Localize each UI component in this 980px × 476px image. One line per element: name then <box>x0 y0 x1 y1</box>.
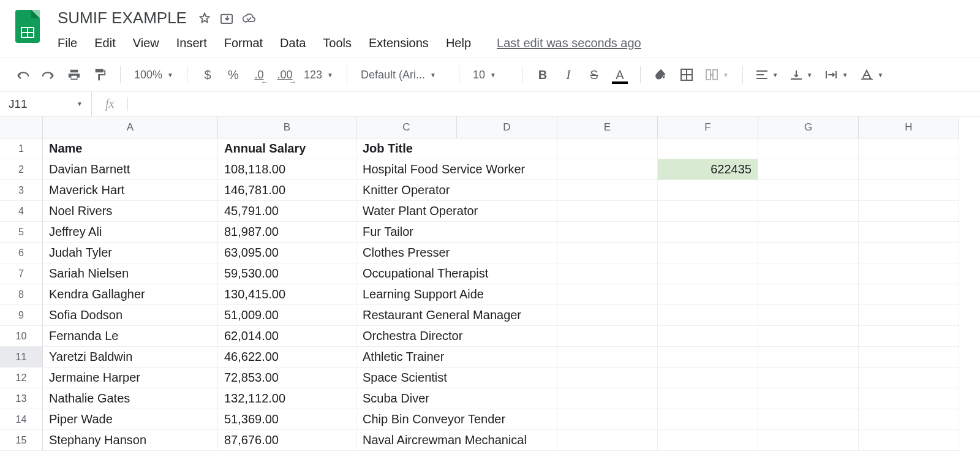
cell-E10[interactable] <box>557 326 658 347</box>
row-header-6[interactable]: 6 <box>0 243 43 263</box>
cell-A9[interactable]: Sofia Dodson <box>43 305 218 326</box>
select-all-corner[interactable] <box>0 116 43 138</box>
cell-B3[interactable]: 146,781.00 <box>218 180 356 201</box>
cell-B15[interactable]: 87,676.00 <box>218 430 356 451</box>
vertical-align-dropdown[interactable]: ▼ <box>787 69 816 80</box>
cell-C2[interactable]: Hospital Food Service Worker <box>356 159 557 180</box>
cell-G11[interactable] <box>758 347 859 368</box>
cell-F8[interactable] <box>658 284 758 305</box>
cell-H12[interactable] <box>859 368 959 388</box>
cell-E12[interactable] <box>557 368 658 388</box>
cell-A13[interactable]: Nathalie Gates <box>43 388 218 409</box>
cell-G15[interactable] <box>758 430 859 451</box>
cell-E8[interactable] <box>557 284 658 305</box>
text-wrap-dropdown[interactable]: ▼ <box>821 70 852 80</box>
cell-F9[interactable] <box>658 305 758 326</box>
column-header-E[interactable]: E <box>557 116 658 138</box>
column-header-C[interactable]: C <box>356 116 457 138</box>
cell-C11[interactable]: Athletic Trainer <box>356 347 557 368</box>
cell-F3[interactable] <box>658 180 758 201</box>
paint-format-button[interactable] <box>89 64 110 85</box>
borders-button[interactable] <box>676 64 697 85</box>
cell-B9[interactable]: 51,009.00 <box>218 305 356 326</box>
cell-G12[interactable] <box>758 368 859 388</box>
cell-A1[interactable]: Name <box>43 138 218 159</box>
text-rotation-dropdown[interactable]: ▼ <box>857 69 888 80</box>
italic-button[interactable]: I <box>558 64 579 85</box>
cell-G5[interactable] <box>758 222 859 243</box>
cell-H2[interactable] <box>859 159 959 180</box>
cell-H5[interactable] <box>859 222 959 243</box>
cell-F1[interactable] <box>658 138 758 159</box>
cell-F11[interactable] <box>658 347 758 368</box>
cell-E14[interactable] <box>557 409 658 430</box>
decrease-decimal-button[interactable]: .0 ← <box>249 64 270 85</box>
cell-B12[interactable]: 72,853.00 <box>218 368 356 388</box>
cell-C3[interactable]: Knitter Operator <box>356 180 557 201</box>
cell-A10[interactable]: Fernanda Le <box>43 326 218 347</box>
cell-A7[interactable]: Sariah Nielsen <box>43 263 218 284</box>
cell-G10[interactable] <box>758 326 859 347</box>
cell-G14[interactable] <box>758 409 859 430</box>
cell-F2[interactable]: 622435 <box>658 159 758 180</box>
cell-G13[interactable] <box>758 388 859 409</box>
cell-C8[interactable]: Learning Support Aide <box>356 284 557 305</box>
row-header-1[interactable]: 1 <box>0 138 43 159</box>
font-size-dropdown[interactable]: 10 ▼ <box>469 69 512 81</box>
cell-G7[interactable] <box>758 263 859 284</box>
row-header-9[interactable]: 9 <box>0 305 43 326</box>
cell-A15[interactable]: Stephany Hanson <box>43 430 218 451</box>
number-format-dropdown[interactable]: 123 ▼ <box>300 69 337 81</box>
cell-C6[interactable]: Clothes Presser <box>356 243 557 263</box>
cell-B14[interactable]: 51,369.00 <box>218 409 356 430</box>
print-button[interactable] <box>64 64 85 85</box>
increase-decimal-button[interactable]: .00 → <box>274 64 295 85</box>
cell-H8[interactable] <box>859 284 959 305</box>
cell-C14[interactable]: Chip Bin Conveyor Tender <box>356 409 557 430</box>
cell-A3[interactable]: Maverick Hart <box>43 180 218 201</box>
menu-tools[interactable]: Tools <box>323 36 352 50</box>
cell-G3[interactable] <box>758 180 859 201</box>
cell-C12[interactable]: Space Scientist <box>356 368 557 388</box>
cell-C1[interactable]: Job Title <box>356 138 557 159</box>
undo-button[interactable] <box>12 64 33 85</box>
row-header-7[interactable]: 7 <box>0 263 43 284</box>
cell-F6[interactable] <box>658 243 758 263</box>
cell-B11[interactable]: 46,622.00 <box>218 347 356 368</box>
cell-H6[interactable] <box>859 243 959 263</box>
row-header-3[interactable]: 3 <box>0 180 43 201</box>
cell-B10[interactable]: 62,014.00 <box>218 326 356 347</box>
row-header-14[interactable]: 14 <box>0 409 43 430</box>
cell-F15[interactable] <box>658 430 758 451</box>
cell-F7[interactable] <box>658 263 758 284</box>
horizontal-align-dropdown[interactable]: ▼ <box>753 70 782 80</box>
cell-C10[interactable]: Orchestra Director <box>356 326 557 347</box>
cell-E7[interactable] <box>557 263 658 284</box>
cell-A11[interactable]: Yaretzi Baldwin <box>43 347 218 368</box>
cell-H10[interactable] <box>859 326 959 347</box>
cell-E2[interactable] <box>557 159 658 180</box>
menu-view[interactable]: View <box>133 36 159 50</box>
strikethrough-button[interactable]: S <box>584 64 605 85</box>
cell-C13[interactable]: Scuba Diver <box>356 388 557 409</box>
move-icon[interactable] <box>220 12 233 25</box>
zoom-dropdown[interactable]: 100% ▼ <box>130 69 177 81</box>
bold-button[interactable]: B <box>532 64 553 85</box>
menu-data[interactable]: Data <box>280 36 306 50</box>
menu-edit[interactable]: Edit <box>94 36 115 50</box>
menu-insert[interactable]: Insert <box>176 36 207 50</box>
row-header-15[interactable]: 15 <box>0 430 43 451</box>
cell-C4[interactable]: Water Plant Operator <box>356 201 557 222</box>
redo-button[interactable] <box>38 64 59 85</box>
column-header-F[interactable]: F <box>658 116 758 138</box>
fill-color-button[interactable] <box>650 64 671 85</box>
cell-E11[interactable] <box>557 347 658 368</box>
menu-extensions[interactable]: Extensions <box>369 36 429 50</box>
merge-cells-dropdown[interactable]: ▼ <box>702 69 733 80</box>
cell-F5[interactable] <box>658 222 758 243</box>
cell-E15[interactable] <box>557 430 658 451</box>
font-dropdown[interactable]: Default (Ari... ▼ <box>357 69 449 81</box>
cell-G2[interactable] <box>758 159 859 180</box>
format-percent-button[interactable]: % <box>223 64 244 85</box>
cell-F12[interactable] <box>658 368 758 388</box>
